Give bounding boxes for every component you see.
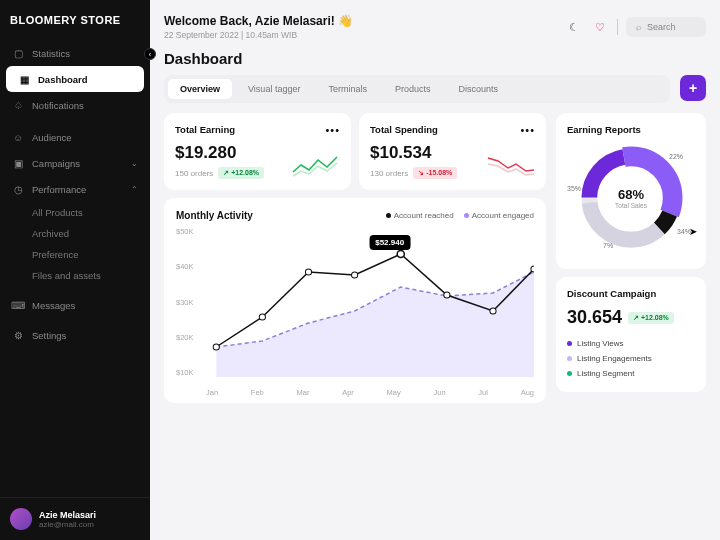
tab-visual-tagger[interactable]: Visual tagger (236, 79, 312, 99)
sidebar: BLOOMERY STORE ‹ ▢Statistics ▦Dashboard … (0, 0, 150, 540)
y-axis: $50K$40K$30K$20K$10K (176, 227, 194, 377)
monthly-activity-card: Monthly Activity Account reached Account… (164, 198, 546, 403)
card-menu-icon[interactable]: ••• (325, 124, 340, 136)
sidebar-item-settings[interactable]: ⚙Settings (0, 322, 150, 348)
search-icon: ⌕ (636, 22, 641, 32)
activity-chart (206, 227, 534, 377)
add-button[interactable]: + (680, 75, 706, 101)
header: Welcome Back, Azie Melasari! 👋 22 Septem… (164, 14, 706, 40)
chart-legend: Account reached Account engaged (386, 211, 534, 220)
card-label: Total Spending (370, 124, 535, 135)
svg-point-6 (490, 308, 496, 314)
bell-icon: ♤ (12, 99, 24, 111)
tabs: Overview Visual tagger Terminals Product… (164, 75, 670, 103)
earning-orders: 150 orders (175, 169, 213, 178)
collapse-sidebar-button[interactable]: ‹ (144, 48, 156, 60)
earning-reports-card: Earning Reports 68% Total Sales 22% 34 (556, 113, 706, 269)
tab-discounts[interactable]: Discounts (446, 79, 510, 99)
sidebar-item-dashboard[interactable]: ▦Dashboard (6, 66, 144, 92)
svg-point-4 (397, 251, 404, 258)
chart-tooltip: $52.940 (369, 235, 410, 250)
chart-body: $50K$40K$30K$20K$10K $52.940 JanFebMarAp… (176, 227, 534, 397)
sidebar-sub-files[interactable]: Files and assets (0, 265, 150, 286)
spending-sparkline (486, 152, 536, 180)
svg-point-7 (531, 266, 534, 272)
card-label: Total Earning (175, 124, 340, 135)
sidebar-nav: ▢Statistics ▦Dashboard ♤Notifications ☺A… (0, 36, 150, 497)
chart-title: Monthly Activity (176, 210, 253, 221)
donut-percent: 68% (615, 187, 647, 202)
notifications-icon[interactable]: ♡ (591, 18, 609, 36)
sidebar-sub-archived[interactable]: Archived (0, 223, 150, 244)
user-email: azie@mail.com (39, 520, 96, 529)
grid-icon: ▦ (18, 73, 30, 85)
gauge-icon: ◷ (12, 183, 24, 195)
person-icon: ☺ (12, 131, 24, 143)
sidebar-item-notifications[interactable]: ♤Notifications (0, 92, 150, 118)
tab-overview[interactable]: Overview (168, 79, 232, 99)
user-footer[interactable]: Azie Melasari azie@mail.com (0, 497, 150, 540)
main-area: Welcome Back, Azie Melasari! 👋 22 Septem… (150, 0, 720, 540)
search-input[interactable]: ⌕Search (626, 17, 706, 37)
discount-change-badge: ↗ +12.08% (628, 312, 674, 324)
card-label: Earning Reports (567, 124, 695, 135)
sidebar-item-messages[interactable]: ⌨Messages (0, 292, 150, 318)
svg-point-5 (444, 292, 450, 298)
tab-products[interactable]: Products (383, 79, 443, 99)
sidebar-item-performance[interactable]: ◷Performance⌃ (0, 176, 150, 202)
total-earning-card: Total Earning ••• $19.280 150 orders ↗ +… (164, 113, 351, 190)
user-name: Azie Melasari (39, 510, 96, 520)
stats-icon: ▢ (12, 47, 24, 59)
sidebar-item-campaigns[interactable]: ▣Campaigns⌄ (0, 150, 150, 176)
total-spending-card: Total Spending ••• $10.534 130 orders ↘ … (359, 113, 546, 190)
x-axis: JanFebMarAprMayJunJulAug (206, 388, 534, 397)
sidebar-item-statistics[interactable]: ▢Statistics (0, 40, 150, 66)
divider (617, 19, 618, 35)
chevron-up-icon: ⌃ (131, 185, 138, 194)
svg-point-0 (213, 344, 219, 350)
spending-orders: 130 orders (370, 169, 408, 178)
folder-icon: ▣ (12, 157, 24, 169)
donut-label: Total Sales (615, 202, 647, 209)
svg-point-1 (259, 314, 265, 320)
chevron-down-icon: ⌄ (131, 159, 138, 168)
spending-change-badge: ↘ -15.08% (413, 167, 457, 179)
avatar (10, 508, 32, 530)
earning-change-badge: ↗ +12.08% (218, 167, 264, 179)
tab-terminals[interactable]: Terminals (316, 79, 379, 99)
svg-point-2 (305, 269, 311, 275)
card-menu-icon[interactable]: ••• (520, 124, 535, 136)
brand-logo: BLOOMERY STORE (0, 0, 150, 36)
svg-point-3 (352, 272, 358, 278)
sidebar-sub-preference[interactable]: Preference (0, 244, 150, 265)
discount-legend: Listing Views Listing Engagements Listin… (567, 336, 695, 381)
chat-icon: ⌨ (12, 299, 24, 311)
sidebar-sub-all-products[interactable]: All Products (0, 202, 150, 223)
earning-sparkline (291, 152, 341, 180)
theme-toggle-icon[interactable]: ☾ (565, 18, 583, 36)
cursor-icon: ➤ (689, 226, 697, 237)
page-title: Dashboard (164, 50, 706, 67)
sidebar-item-audience[interactable]: ☺Audience (0, 124, 150, 150)
gear-icon: ⚙ (12, 329, 24, 341)
welcome-title: Welcome Back, Azie Melasari! 👋 (164, 14, 353, 28)
card-label: Discount Campaign (567, 288, 695, 299)
discount-value: 30.654 ↗ +12.08% (567, 307, 695, 328)
welcome-subtitle: 22 September 2022 | 10.45am WIB (164, 30, 353, 40)
donut-chart: 68% Total Sales 22% 34% 7% 35% ➤ (567, 143, 695, 253)
discount-campaign-card: Discount Campaign 30.654 ↗ +12.08% Listi… (556, 277, 706, 392)
